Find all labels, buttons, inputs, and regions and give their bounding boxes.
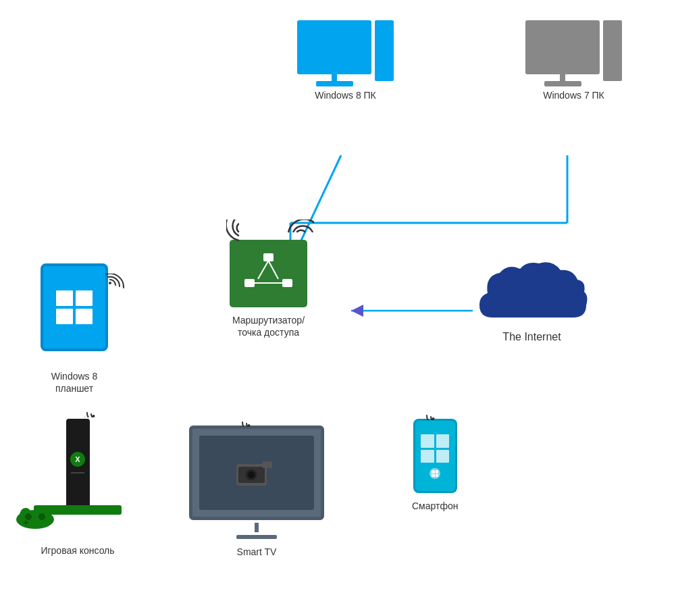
tablet-wifi-icon (105, 274, 128, 292)
internet-device: The Internet (473, 257, 591, 344)
camera-icon (233, 456, 280, 490)
svg-point-21 (248, 424, 251, 427)
win7-pc-device: Windows 7 ПК (525, 20, 622, 101)
svg-rect-20 (26, 521, 27, 525)
smart-tv-label: Smart TV (237, 546, 277, 558)
router-device: Маршрутизатор/ точка доступа (230, 240, 307, 338)
win7-pc-label: Windows 7 ПК (543, 89, 604, 101)
smartphone-label: Смартфон (412, 500, 458, 512)
svg-point-17 (25, 513, 32, 520)
router-wifi-arcs (226, 220, 314, 294)
win8-tablet-device: Windows 8 планшет (41, 263, 108, 395)
svg-marker-5 (351, 305, 363, 317)
win8-pc-device: Windows 8 ПК (297, 20, 394, 101)
win8-tablet-label: Windows 8 планшет (51, 358, 97, 395)
svg-point-25 (248, 471, 255, 478)
game-console-label: Игровая консоль (41, 544, 114, 557)
svg-point-28 (432, 417, 435, 420)
phone-wifi-icon (424, 400, 448, 420)
smartphone-device: Смартфон (412, 419, 458, 512)
router-label: Маршрутизатор/ точка доступа (232, 314, 305, 338)
svg-point-13 (93, 415, 95, 417)
svg-point-18 (38, 513, 45, 520)
network-diagram: Windows 8 ПК Windows 7 ПК (0, 0, 676, 616)
smart-tv-device: Smart TV (189, 426, 324, 558)
cloud-icon (473, 257, 591, 331)
controller-icon (14, 500, 57, 531)
game-console-device: X (34, 419, 122, 557)
win8-pc-label: Windows 8 ПК (315, 89, 376, 101)
internet-label: The Internet (502, 330, 561, 344)
svg-marker-27 (263, 463, 272, 468)
tv-wifi-icon (240, 407, 263, 427)
console-wifi-icon (84, 399, 108, 417)
svg-point-12 (109, 282, 111, 284)
